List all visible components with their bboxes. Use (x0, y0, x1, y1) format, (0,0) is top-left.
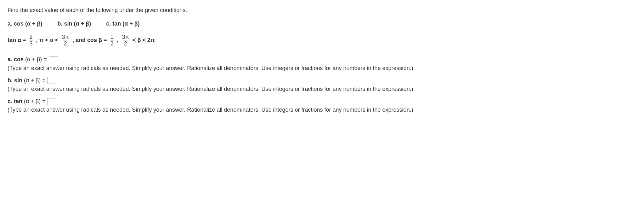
problem-statement: Find the exact value of each of the foll… (8, 6, 636, 14)
answer-b-instruction: (Type an exact answer using radicals as … (8, 85, 636, 93)
frac2-num: 3π (61, 34, 70, 40)
frac1-den: 3 (29, 40, 34, 46)
fraction-2-3: 2 3 (29, 34, 34, 46)
frac2-den: 2 (63, 40, 68, 46)
divider (8, 51, 636, 51)
part-a-label: a. cos (α + β) (8, 20, 42, 28)
given-conditions: tan α = 2 3 , π < α < 3π 2 , and cos β =… (8, 34, 636, 46)
answer-b-prefix: b. sin (α + β) = (8, 77, 46, 85)
fraction-3pi-2-a: 3π 2 (61, 34, 70, 46)
frac1-num: 2 (29, 34, 34, 40)
frac3-num: 1 (109, 34, 114, 40)
part-c-label: c. tan (α + β) (106, 20, 140, 28)
alpha-range-start: , π < α < (36, 36, 59, 44)
answer-c-prefix: c. tan (α + β) = (8, 97, 46, 105)
answer-c-instruction: (Type an exact answer using radicals as … (8, 106, 636, 114)
answer-b-input[interactable] (48, 77, 57, 84)
frac4-den: 2 (123, 40, 128, 46)
answer-line-c: c. tan (α + β) = (8, 97, 636, 105)
comma2: , (117, 36, 118, 44)
answer-line-b: b. sin (α + β) = (8, 77, 636, 85)
fraction-3pi-2-b: 3π 2 (121, 34, 130, 46)
fraction-1-2: 1 2 (109, 34, 114, 46)
frac3-den: 2 (109, 40, 114, 46)
part-b-label: b. sin (α + β) (58, 20, 91, 28)
answer-block-b: b. sin (α + β) = (Type an exact answer u… (8, 77, 636, 93)
parts-row: a. cos (α + β) b. sin (α + β) c. tan (α … (8, 20, 636, 28)
answer-block-c: c. tan (α + β) = (Type an exact answer u… (8, 97, 636, 114)
answer-a-input[interactable] (49, 56, 58, 63)
answer-line-a: a. cos (α + β) = (8, 56, 636, 63)
beta-range-end: < β < 2π (133, 36, 155, 44)
answer-c-input[interactable] (48, 98, 57, 105)
answer-a-instruction: (Type an exact answer using radicals as … (8, 64, 636, 72)
answer-block-a: a. cos (α + β) = (Type an exact answer u… (8, 56, 636, 72)
answer-a-prefix: a. cos (α + β) = (8, 56, 47, 63)
and-cos-beta: , and cos β = (72, 36, 107, 44)
frac4-num: 3π (121, 34, 130, 40)
tan-alpha-eq: tan α = (8, 36, 26, 44)
